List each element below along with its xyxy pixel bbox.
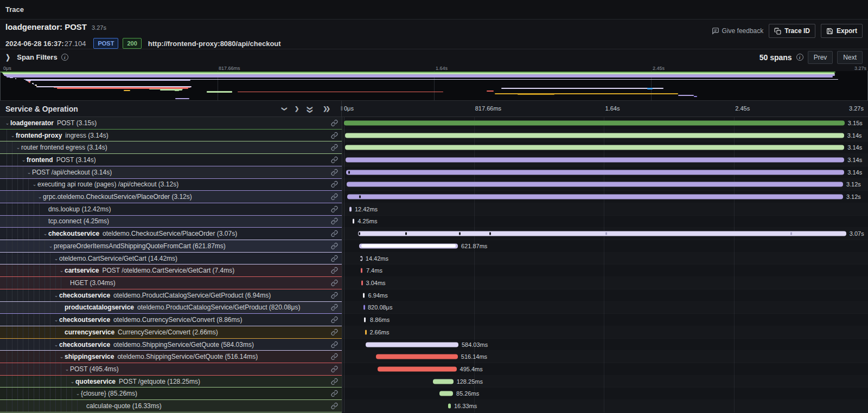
timeline-row[interactable]: 516.14ms bbox=[342, 351, 868, 363]
timeline-row[interactable]: 12.42ms bbox=[342, 203, 868, 216]
timeline-row[interactable]: 3.15s bbox=[342, 117, 868, 130]
span-link-icon[interactable] bbox=[331, 267, 338, 274]
span-bar[interactable] bbox=[358, 231, 846, 236]
timeline-row[interactable]: 4.25ms bbox=[342, 216, 868, 228]
span-row[interactable]: productcatalogserviceoteldemo.ProductCat… bbox=[0, 302, 342, 314]
timeline-row[interactable]: 2.66ms bbox=[342, 326, 868, 339]
chevron-down-icon[interactable]: ⌄ bbox=[59, 268, 65, 273]
span-bar[interactable] bbox=[361, 280, 363, 285]
timeline-row[interactable]: 3.04ms bbox=[342, 277, 868, 289]
timeline-row[interactable]: 820.08μs bbox=[342, 302, 868, 314]
span-row[interactable]: ⌄frontend-proxyingress (3.14s) bbox=[0, 130, 342, 142]
span-link-icon[interactable] bbox=[331, 230, 338, 237]
span-link-icon[interactable] bbox=[331, 242, 338, 249]
span-row[interactable]: ⌄executing api route (pages) /api/checko… bbox=[0, 179, 342, 191]
chevron-down-icon[interactable]: ⌄ bbox=[53, 317, 59, 322]
span-link-icon[interactable] bbox=[331, 292, 338, 299]
timeline-row[interactable]: 128.25ms bbox=[342, 376, 868, 388]
span-row[interactable]: ⌄checkoutserviceoteldemo.CheckoutService… bbox=[0, 228, 342, 240]
span-row[interactable]: ⌄POST /api/checkout (3.14s) bbox=[0, 166, 342, 179]
chevron-down-icon[interactable]: ⌄ bbox=[31, 182, 37, 187]
info-icon[interactable]: i bbox=[61, 54, 68, 61]
span-link-icon[interactable] bbox=[331, 365, 338, 372]
span-bar[interactable] bbox=[364, 318, 366, 322]
span-bar[interactable] bbox=[347, 182, 843, 187]
span-row[interactable]: ⌄POST (495.4ms) bbox=[0, 363, 342, 376]
timeline-row[interactable]: 3.14s bbox=[342, 166, 868, 179]
span-link-icon[interactable] bbox=[331, 156, 338, 163]
span-bar[interactable] bbox=[366, 342, 458, 347]
span-row[interactable]: HGET (3.04ms) bbox=[0, 277, 342, 289]
span-bar[interactable] bbox=[433, 379, 454, 384]
span-bar[interactable] bbox=[448, 404, 451, 409]
span-bar[interactable] bbox=[345, 145, 844, 150]
chevron-down-icon[interactable]: ⌄ bbox=[64, 366, 70, 372]
span-link-icon[interactable] bbox=[331, 304, 338, 311]
span-row[interactable]: ⌄cartservicePOST /oteldemo.CartService/G… bbox=[0, 264, 342, 277]
span-row[interactable]: ⌄grpc.oteldemo.CheckoutService/PlaceOrde… bbox=[0, 191, 342, 203]
span-filters-label[interactable]: Span Filters bbox=[17, 53, 57, 61]
span-link-icon[interactable] bbox=[331, 255, 338, 262]
span-bar[interactable] bbox=[347, 195, 843, 199]
span-row[interactable]: ⌄frontendPOST (3.14s) bbox=[0, 154, 342, 166]
span-bar[interactable] bbox=[359, 243, 458, 248]
span-bar[interactable] bbox=[344, 120, 845, 125]
timeline-row[interactable]: 3.14s bbox=[342, 141, 868, 154]
timeline-row[interactable]: 621.87ms bbox=[342, 240, 868, 253]
chevron-down-icon[interactable]: ⌄ bbox=[53, 293, 59, 298]
chevron-down-icon[interactable]: ⌄ bbox=[69, 379, 75, 384]
chevron-down-icon[interactable]: ⌄ bbox=[15, 145, 21, 150]
span-row[interactable]: calculate-quote (16.33ms) bbox=[0, 400, 342, 412]
minimap[interactable] bbox=[0, 71, 868, 101]
chevron-down-icon[interactable]: ⌄ bbox=[10, 133, 16, 138]
span-bar[interactable] bbox=[439, 391, 453, 396]
span-link-icon[interactable] bbox=[331, 341, 338, 348]
span-link-icon[interactable] bbox=[331, 353, 338, 360]
span-link-icon[interactable] bbox=[331, 218, 338, 225]
chevron-down-icon[interactable]: ⌄ bbox=[48, 243, 54, 249]
timeline-row[interactable]: 3.14s bbox=[342, 154, 868, 166]
timeline-row[interactable]: 85.26ms bbox=[342, 388, 868, 400]
span-bar[interactable] bbox=[378, 366, 456, 371]
chevron-down-icon[interactable]: ⌄ bbox=[21, 157, 27, 163]
span-row[interactable]: ⌄shippingserviceoteldemo.ShippingService… bbox=[0, 351, 342, 363]
span-link-icon[interactable] bbox=[331, 193, 338, 201]
timeline-row[interactable]: 8.86ms bbox=[342, 314, 868, 326]
span-bar[interactable] bbox=[346, 157, 844, 162]
span-link-icon[interactable] bbox=[331, 132, 338, 139]
expand-all-icon[interactable]: ❯❯ bbox=[323, 106, 329, 112]
span-link-icon[interactable] bbox=[331, 403, 338, 410]
span-row[interactable]: dns.lookup (12.42ms) bbox=[0, 203, 342, 216]
span-bar[interactable] bbox=[349, 206, 352, 211]
chevron-down-icon[interactable]: ⌄ bbox=[4, 120, 10, 126]
timeline-row[interactable]: 14.42ms bbox=[342, 253, 868, 265]
chevron-down-icon[interactable]: ⌄ bbox=[59, 354, 65, 359]
span-link-icon[interactable] bbox=[331, 119, 338, 126]
chevron-down-icon[interactable]: ⌄ bbox=[53, 256, 59, 261]
span-count-info-icon[interactable]: i bbox=[796, 54, 803, 61]
span-link-icon[interactable] bbox=[331, 328, 338, 335]
span-link-icon[interactable] bbox=[331, 390, 338, 397]
span-link-icon[interactable] bbox=[331, 205, 338, 212]
span-row[interactable]: ⌄prepareOrderItemsAndShippingQuoteFromCa… bbox=[0, 240, 342, 253]
chevron-down-icon[interactable]: ⌄ bbox=[42, 231, 48, 236]
timeline-row[interactable]: 3.14s bbox=[342, 130, 868, 142]
span-row[interactable]: ⌄checkoutserviceoteldemo.ShippingService… bbox=[0, 339, 342, 351]
span-row[interactable]: ⌄loadgeneratorPOST (3.15s) bbox=[0, 117, 342, 130]
span-link-icon[interactable] bbox=[331, 144, 338, 151]
span-bar[interactable] bbox=[363, 293, 365, 298]
timeline-row[interactable]: 3.07s bbox=[342, 228, 868, 240]
span-row[interactable]: ⌄router frontend egress (3.14s) bbox=[0, 141, 342, 154]
trace-id-button[interactable]: Trace ID bbox=[769, 24, 815, 38]
span-row[interactable]: ⌄checkoutserviceoteldemo.CurrencyService… bbox=[0, 314, 342, 326]
span-row[interactable]: ⌄checkoutserviceoteldemo.ProductCatalogS… bbox=[0, 289, 342, 302]
span-row[interactable]: currencyserviceCurrencyService/Convert (… bbox=[0, 326, 342, 339]
span-row[interactable]: ⌄quoteservicePOST /getquote (128.25ms) bbox=[0, 376, 342, 388]
timeline-row[interactable]: 495.4ms bbox=[342, 363, 868, 376]
timeline-row[interactable]: 16.33ms bbox=[342, 400, 868, 412]
span-bar[interactable] bbox=[365, 330, 367, 334]
chevron-down-icon[interactable]: ⌄ bbox=[75, 391, 81, 396]
chevron-down-icon[interactable]: ⌄ bbox=[26, 170, 32, 175]
give-feedback-link[interactable]: Give feedback bbox=[712, 27, 764, 35]
span-bar[interactable] bbox=[345, 133, 844, 138]
